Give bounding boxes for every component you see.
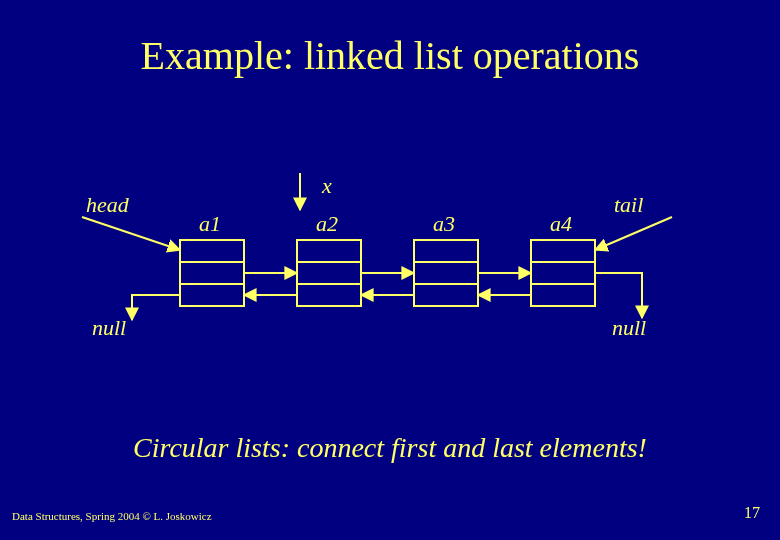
svg-rect-7 [414,262,478,284]
svg-rect-8 [414,284,478,306]
svg-rect-3 [297,240,361,262]
svg-rect-9 [531,240,595,262]
node-box-a3 [414,240,478,306]
prev-arrow-a1-null [132,295,180,320]
svg-rect-5 [297,284,361,306]
tail-pointer-arrow [595,217,672,250]
svg-rect-0 [180,240,244,262]
node-box-a2 [297,240,361,306]
head-pointer-arrow [82,217,180,250]
svg-rect-11 [531,284,595,306]
svg-rect-2 [180,284,244,306]
svg-rect-1 [180,262,244,284]
svg-rect-6 [414,240,478,262]
node-box-a4 [531,240,595,306]
svg-rect-10 [531,262,595,284]
next-arrow-a4-null [595,273,642,318]
linked-list-diagram [0,0,780,540]
node-box-a1 [180,240,244,306]
svg-rect-4 [297,262,361,284]
